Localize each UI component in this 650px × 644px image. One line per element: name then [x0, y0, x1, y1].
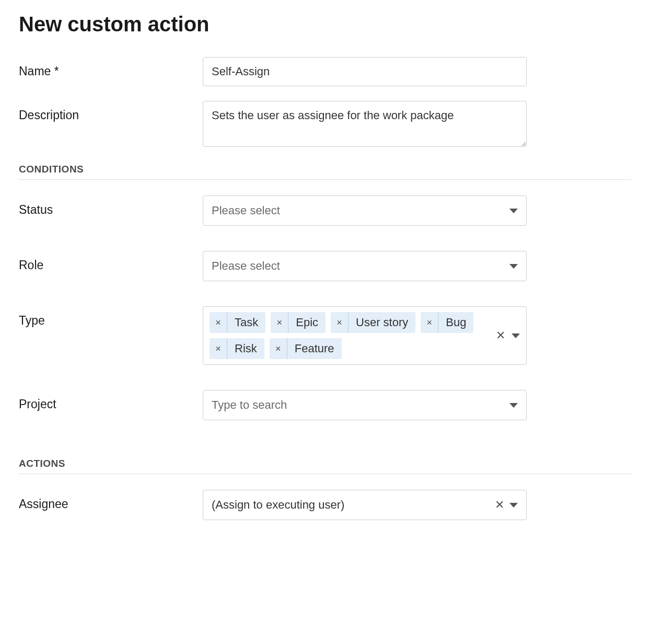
chip-label: Bug — [438, 312, 473, 333]
assignee-value: (Assign to executing user) — [212, 498, 344, 512]
chip-label: Epic — [288, 312, 326, 333]
chip-label: Risk — [227, 338, 264, 359]
assignee-label: Assignee — [19, 490, 203, 511]
chevron-down-icon[interactable] — [512, 334, 520, 338]
chevron-down-icon — [509, 264, 518, 269]
status-row: Status Please select — [19, 196, 631, 226]
chip-label: Task — [227, 312, 265, 333]
chip-remove-icon[interactable]: × — [270, 338, 287, 359]
description-textarea[interactable] — [203, 101, 527, 147]
role-row: Role Please select — [19, 251, 631, 281]
chip-epic: × Epic — [271, 312, 326, 333]
name-input[interactable] — [203, 57, 527, 86]
conditions-heading: CONDITIONS — [19, 164, 631, 179]
chip-remove-icon[interactable]: × — [271, 312, 288, 333]
chip-risk: × Risk — [210, 338, 264, 359]
name-row: Name — [19, 57, 631, 86]
chevron-down-icon — [509, 403, 518, 408]
role-placeholder: Please select — [212, 259, 280, 273]
project-select[interactable]: Type to search — [203, 390, 527, 420]
description-row: Description — [19, 101, 631, 149]
actions-divider — [19, 474, 631, 474]
chevron-down-icon — [509, 209, 518, 213]
type-label: Type — [19, 306, 203, 328]
chip-remove-icon[interactable]: × — [331, 312, 349, 333]
project-row: Project Type to search — [19, 390, 631, 420]
status-placeholder: Please select — [212, 204, 280, 217]
chip-bug: × Bug — [421, 312, 473, 333]
role-select[interactable]: Please select — [203, 251, 527, 281]
description-label: Description — [19, 101, 203, 122]
chip-feature: × Feature — [270, 338, 342, 359]
status-label: Status — [19, 196, 203, 217]
page-title: New custom action — [19, 13, 631, 36]
assignee-row: Assignee (Assign to executing user) ✕ — [19, 490, 631, 520]
conditions-divider — [19, 179, 631, 180]
chip-label: User story — [349, 312, 415, 333]
chip-remove-icon[interactable]: × — [210, 312, 227, 333]
name-label: Name — [19, 57, 203, 78]
clear-icon[interactable]: ✕ — [495, 499, 504, 511]
project-label: Project — [19, 390, 203, 411]
chevron-down-icon — [509, 503, 518, 508]
type-row: Type × Task × Epic × User story × Bug — [19, 306, 631, 365]
project-placeholder: Type to search — [212, 398, 287, 412]
chip-remove-icon[interactable]: × — [210, 338, 227, 359]
role-label: Role — [19, 251, 203, 272]
chip-task: × Task — [210, 312, 265, 333]
status-select[interactable]: Please select — [203, 196, 527, 226]
chip-remove-icon[interactable]: × — [421, 312, 438, 333]
actions-heading: ACTIONS — [19, 458, 631, 474]
assignee-select[interactable]: (Assign to executing user) ✕ — [203, 490, 527, 520]
type-chips-container: × Task × Epic × User story × Bug × Ris — [210, 312, 491, 359]
chip-label: Feature — [287, 338, 342, 359]
type-multiselect[interactable]: × Task × Epic × User story × Bug × Ris — [203, 306, 527, 365]
chip-user-story: × User story — [331, 312, 415, 333]
clear-all-icon[interactable]: ✕ — [496, 330, 505, 341]
